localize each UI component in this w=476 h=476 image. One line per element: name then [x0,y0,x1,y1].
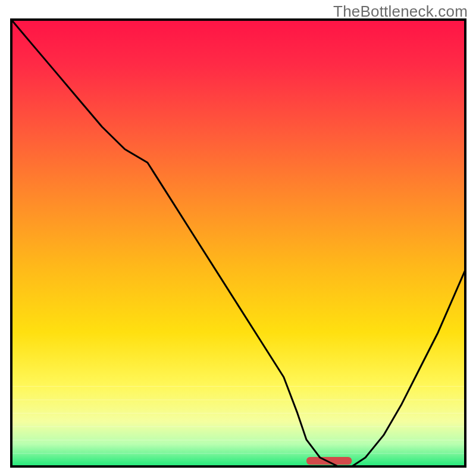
watermark-text: TheBottleneck.com [333,2,468,21]
bottleneck-chart [0,0,476,476]
band-line [11,399,465,400]
band-line [11,386,465,387]
band-line [11,426,465,427]
band-line [11,440,465,440]
band-line [11,453,465,453]
chart-container: TheBottleneck.com [0,0,476,476]
optimum-marker [306,457,352,465]
